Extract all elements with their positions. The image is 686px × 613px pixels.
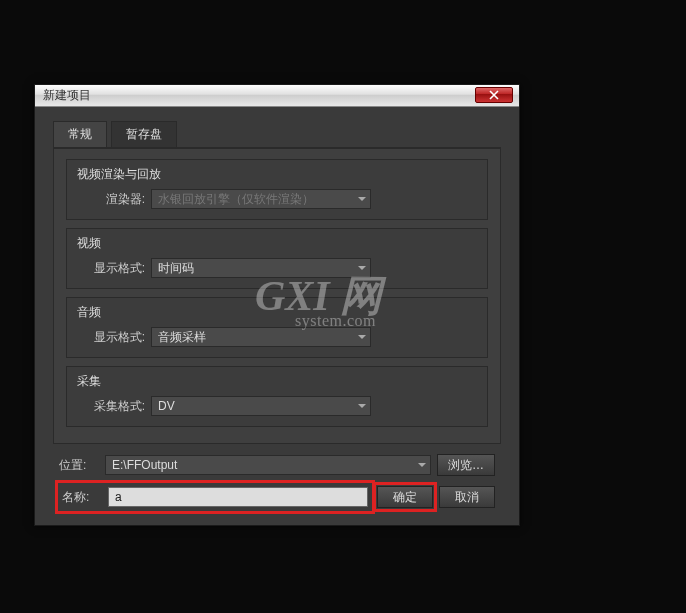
chevron-down-icon bbox=[418, 463, 426, 467]
audio-format-dropdown[interactable]: 音频采样 bbox=[151, 327, 371, 347]
capture-format-label: 采集格式: bbox=[85, 398, 145, 415]
video-format-label: 显示格式: bbox=[85, 260, 145, 277]
content-panel: 视频渲染与回放 渲染器: 水银回放引擎（仅软件渲染） 视频 显示格式: 时间码 bbox=[53, 148, 501, 444]
ok-button[interactable]: 确定 bbox=[377, 486, 433, 508]
name-label: 名称: bbox=[62, 489, 102, 506]
tab-scratch[interactable]: 暂存盘 bbox=[111, 121, 177, 147]
name-input-highlight: 名称: bbox=[59, 484, 371, 510]
renderer-value: 水银回放引擎（仅软件渲染） bbox=[158, 191, 314, 208]
group-render: 视频渲染与回放 渲染器: 水银回放引擎（仅软件渲染） bbox=[66, 159, 488, 220]
name-input[interactable] bbox=[108, 487, 368, 507]
group-capture-title: 采集 bbox=[77, 373, 477, 390]
video-format-value: 时间码 bbox=[158, 260, 194, 277]
dialog-body: 常规 暂存盘 视频渲染与回放 渲染器: 水银回放引擎（仅软件渲染） 视频 显示格… bbox=[35, 107, 519, 522]
chevron-down-icon bbox=[358, 404, 366, 408]
renderer-label: 渲染器: bbox=[85, 191, 145, 208]
group-render-title: 视频渲染与回放 bbox=[77, 166, 477, 183]
group-video: 视频 显示格式: 时间码 bbox=[66, 228, 488, 289]
close-button[interactable] bbox=[475, 87, 513, 103]
location-value: E:\FFOutput bbox=[112, 458, 177, 472]
close-icon bbox=[489, 90, 499, 100]
dialog-titlebar[interactable]: 新建项目 bbox=[35, 85, 519, 107]
new-project-dialog: 新建项目 常规 暂存盘 视频渲染与回放 渲染器: 水银回放引擎（仅软件渲染） bbox=[34, 84, 520, 526]
renderer-dropdown: 水银回放引擎（仅软件渲染） bbox=[151, 189, 371, 209]
browse-button[interactable]: 浏览… bbox=[437, 454, 495, 476]
chevron-down-icon bbox=[358, 197, 366, 201]
chevron-down-icon bbox=[358, 335, 366, 339]
location-dropdown[interactable]: E:\FFOutput bbox=[105, 455, 431, 475]
cancel-button[interactable]: 取消 bbox=[439, 486, 495, 508]
tab-general[interactable]: 常规 bbox=[53, 121, 107, 147]
group-audio: 音频 显示格式: 音频采样 bbox=[66, 297, 488, 358]
video-format-dropdown[interactable]: 时间码 bbox=[151, 258, 371, 278]
audio-format-value: 音频采样 bbox=[158, 329, 206, 346]
capture-format-dropdown[interactable]: DV bbox=[151, 396, 371, 416]
group-audio-title: 音频 bbox=[77, 304, 477, 321]
audio-format-label: 显示格式: bbox=[85, 329, 145, 346]
location-row: 位置: E:\FFOutput 浏览… bbox=[59, 454, 495, 476]
bottom-rows: 位置: E:\FFOutput 浏览… 名称: 确定 取消 bbox=[53, 444, 501, 510]
capture-format-value: DV bbox=[158, 399, 175, 413]
tabs: 常规 暂存盘 bbox=[53, 121, 501, 148]
group-capture: 采集 采集格式: DV bbox=[66, 366, 488, 427]
location-label: 位置: bbox=[59, 457, 99, 474]
group-video-title: 视频 bbox=[77, 235, 477, 252]
dialog-title: 新建项目 bbox=[43, 87, 91, 104]
name-row: 名称: 确定 取消 bbox=[59, 484, 495, 510]
chevron-down-icon bbox=[358, 266, 366, 270]
